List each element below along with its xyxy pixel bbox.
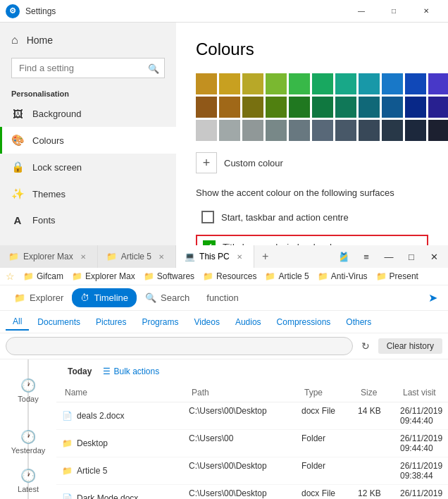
category-others[interactable]: Others <box>339 314 378 330</box>
sidebar-item-lock-screen[interactable]: 🔒 Lock screen <box>0 154 176 180</box>
colour-swatch[interactable] <box>266 120 287 141</box>
sidebar-item-fonts[interactable]: A Fonts <box>0 207 176 233</box>
colour-swatch[interactable] <box>219 97 240 118</box>
table-row[interactable]: 📄 deals 2.docx C:\Users\00\Desktop docx … <box>56 402 448 430</box>
tab-close[interactable]: ✕ <box>156 252 167 262</box>
category-documents[interactable]: Documents <box>30 314 87 330</box>
close-button[interactable]: ✕ <box>410 0 442 23</box>
folder-icon: 📁 <box>318 271 328 281</box>
explorer-tab-0[interactable]: 📁 Explorer Max ✕ <box>0 245 98 268</box>
col-name[interactable]: Name <box>62 386 189 399</box>
search-input[interactable] <box>11 58 165 78</box>
colour-swatch[interactable] <box>312 120 333 141</box>
colour-swatch[interactable] <box>266 97 287 118</box>
colour-swatch[interactable] <box>289 97 310 118</box>
table-row[interactable]: 📁 Article 5 C:\Users\00\Desktop Folder 2… <box>56 457 448 485</box>
colour-swatch[interactable] <box>428 73 448 94</box>
titlebar-control[interactable]: □ <box>400 245 423 268</box>
table-row[interactable]: 📄 Dark Mode.docx C:\Users\00\Desktop doc… <box>56 485 448 499</box>
colour-swatch[interactable] <box>405 73 426 94</box>
titlebar-control[interactable]: 🎽 <box>332 245 355 268</box>
colour-swatch[interactable] <box>428 97 448 118</box>
colour-swatch[interactable] <box>382 120 403 141</box>
bookmark-gifcam[interactable]: 📁Gifcam <box>23 271 63 281</box>
tab-close[interactable]: ✕ <box>234 252 245 262</box>
col-size[interactable]: Size <box>358 386 400 399</box>
nav-search[interactable]: 🔍 Search <box>137 288 198 307</box>
colour-swatch[interactable] <box>242 97 263 118</box>
category-all[interactable]: All <box>6 314 29 331</box>
sidebar-item-colours[interactable]: 🎨 Colours <box>0 127 176 154</box>
colour-swatch[interactable] <box>266 73 287 94</box>
settings-title: Settings <box>25 6 345 16</box>
colour-swatch[interactable] <box>335 120 356 141</box>
category-programs[interactable]: Programs <box>135 314 185 330</box>
col-type[interactable]: Type <box>301 386 358 399</box>
bookmark-antivirus[interactable]: 📁Anti-Virus <box>318 271 368 281</box>
refresh-button[interactable]: ↻ <box>356 336 375 356</box>
sidebar-item-background[interactable]: 🖼 Background <box>0 101 176 127</box>
colour-swatch[interactable] <box>382 97 403 118</box>
sidebar-item-themes[interactable]: ✨ Themes <box>0 180 176 207</box>
bookmark-softwares[interactable]: 📁Softwares <box>144 271 194 281</box>
titlebar-control[interactable]: ≡ <box>355 245 378 268</box>
titlebar-control[interactable]: — <box>378 245 400 268</box>
custom-colour-btn[interactable]: + <box>196 152 217 173</box>
folder-icon: 📁 <box>23 271 34 281</box>
explorer-toolbar: ↻ Clear history <box>0 333 448 359</box>
colour-swatch[interactable] <box>242 73 263 94</box>
explorer-tab-2[interactable]: 💻 This PC ✕ <box>176 245 254 268</box>
nav-arrow[interactable]: ➤ <box>423 288 442 308</box>
colour-swatch[interactable] <box>428 120 448 141</box>
file-search-input[interactable] <box>6 337 353 355</box>
colour-swatch[interactable] <box>405 120 426 141</box>
colour-swatch[interactable] <box>359 97 380 118</box>
colour-swatch[interactable] <box>359 120 380 141</box>
category-audios[interactable]: Audios <box>228 314 268 330</box>
colour-swatch[interactable] <box>196 120 217 141</box>
clear-history-button[interactable]: Clear history <box>378 338 442 354</box>
colour-swatch[interactable] <box>335 97 356 118</box>
col-last-visit[interactable]: Last visit <box>400 386 442 399</box>
colour-swatch[interactable] <box>289 73 310 94</box>
tab-label: Article 5 <box>121 252 151 261</box>
tab-close[interactable]: ✕ <box>77 252 89 262</box>
category-videos[interactable]: Videos <box>187 314 226 330</box>
colour-swatch[interactable] <box>196 73 217 94</box>
col-path[interactable]: Path <box>189 386 301 399</box>
maximize-button[interactable]: □ <box>378 0 410 23</box>
category-compressions[interactable]: Compressions <box>270 314 338 330</box>
titlebar-controls: — □ ✕ <box>345 0 442 23</box>
yesterday-clock-icon: 🕐 <box>20 429 36 445</box>
add-tab-button[interactable]: + <box>254 245 277 268</box>
colour-swatch[interactable] <box>219 73 240 94</box>
colour-swatch[interactable] <box>405 97 426 118</box>
colour-swatch[interactable] <box>382 73 403 94</box>
colour-swatch[interactable] <box>242 120 263 141</box>
explorer-nav-icon: 📁 <box>14 292 25 303</box>
nav-timeline[interactable]: ⏱ Timeline <box>72 288 137 307</box>
colour-swatch[interactable] <box>196 97 217 118</box>
table-row[interactable]: 📁 Desktop C:\Users\00 Folder 26/11/2019 … <box>56 430 448 457</box>
latest-label: Latest <box>18 485 39 493</box>
bookmark-resources[interactable]: 📁Resources <box>203 271 256 281</box>
titlebar-control[interactable]: ✕ <box>423 245 445 268</box>
bookmark-explorermax[interactable]: 📁Explorer Max <box>72 271 135 281</box>
bookmark-present[interactable]: 📁Present <box>376 271 418 281</box>
category-pictures[interactable]: Pictures <box>89 314 133 330</box>
custom-colour[interactable]: + Custom colour <box>196 152 428 173</box>
start-taskbar-checkbox[interactable] <box>201 211 214 223</box>
explorer-tab-1[interactable]: 📁 Article 5 ✕ <box>98 245 176 268</box>
minimize-button[interactable]: — <box>345 0 378 23</box>
colour-swatch[interactable] <box>312 73 333 94</box>
colour-swatch[interactable] <box>359 73 380 94</box>
colour-swatch[interactable] <box>312 97 333 118</box>
bookmark-article5[interactable]: 📁Article 5 <box>265 271 309 281</box>
bulk-actions[interactable]: ☰ Bulk actions <box>97 364 165 379</box>
checkbox-start-taskbar[interactable]: Start, taskbar and action centre <box>196 207 428 228</box>
nav-explorer[interactable]: 📁 Explorer <box>6 288 72 307</box>
colour-swatch[interactable] <box>289 120 310 141</box>
colour-swatch[interactable] <box>335 73 356 94</box>
colour-swatch[interactable] <box>219 120 240 141</box>
sidebar-home[interactable]: ⌂ Home <box>0 28 176 52</box>
